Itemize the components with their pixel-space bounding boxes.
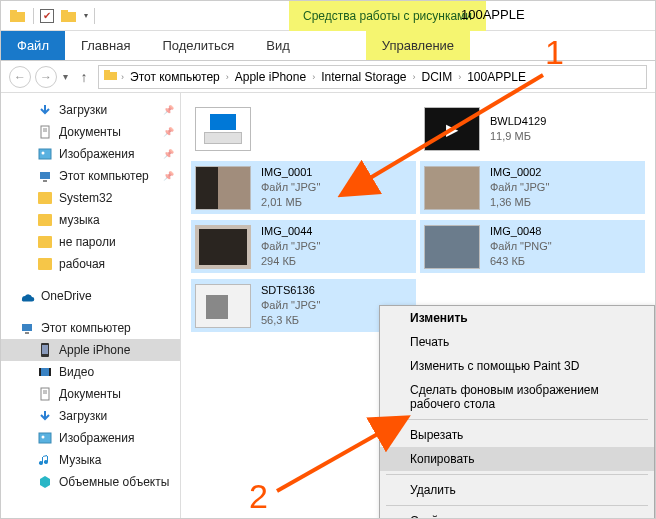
window-title: 100APPLE	[461, 7, 525, 22]
sidebar-item-label: Объемные объекты	[59, 475, 169, 489]
down-arrow-icon	[37, 102, 53, 118]
file-meta: IMG_0001Файл "JPG"2,01 МБ	[261, 165, 320, 210]
chevron-right-icon: ›	[226, 72, 229, 82]
file-thumbnail	[195, 166, 251, 210]
sidebar-item[interactable]: Загрузки	[1, 405, 180, 427]
menu-item[interactable]: Изменить с помощью Paint 3D	[380, 354, 654, 378]
sidebar-item[interactable]: не пароли	[1, 231, 180, 253]
sidebar-item[interactable]: Музыка	[1, 449, 180, 471]
file-item[interactable]: IMG_0048Файл "PNG"643 КБ	[420, 220, 645, 273]
sidebar-item-label: Документы	[59, 125, 121, 139]
annotation-number: 1	[545, 33, 564, 72]
navigation-pane[interactable]: ЗагрузкиДокументыИзображенияЭтот компьют…	[1, 93, 181, 518]
sidebar-item[interactable]: рабочая	[1, 253, 180, 275]
sidebar-item-label: не пароли	[59, 235, 116, 249]
sidebar-item[interactable]: Документы	[1, 383, 180, 405]
file-type: Файл "JPG"	[261, 239, 320, 254]
sidebar-item-label: Загрузки	[59, 409, 107, 423]
tab-view[interactable]: Вид	[250, 31, 306, 60]
sidebar-item[interactable]: Apple iPhone	[1, 339, 180, 361]
qat-checkbox[interactable]: ✔	[40, 9, 54, 23]
sidebar-item-label: Изображения	[59, 431, 134, 445]
file-meta: IMG_0044Файл "JPG"294 КБ	[261, 224, 320, 269]
folder-icon	[37, 190, 53, 206]
folder-icon	[60, 7, 78, 25]
video-icon	[37, 364, 53, 380]
title-bar: ✔ ▾ Средства работы с рисунками 100APPLE	[1, 1, 655, 31]
breadcrumb-item[interactable]: Apple iPhone	[231, 70, 310, 84]
sidebar-item-label: OneDrive	[41, 289, 92, 303]
file-size: 643 КБ	[490, 254, 552, 269]
svg-rect-23	[39, 433, 51, 443]
folder-icon	[9, 7, 27, 25]
svg-rect-11	[40, 172, 50, 179]
file-item[interactable]: IMG_0044Файл "JPG"294 КБ	[191, 220, 416, 273]
chevron-right-icon: ›	[312, 72, 315, 82]
sidebar-item-label: рабочая	[59, 257, 105, 271]
menu-item[interactable]: Изменить	[380, 306, 654, 330]
sidebar-item[interactable]: Документы	[1, 121, 180, 143]
annotation-arrow	[355, 71, 555, 204]
svg-line-26	[277, 431, 383, 491]
sidebar-item[interactable]: System32	[1, 187, 180, 209]
file-size: 2,01 МБ	[261, 195, 320, 210]
pc-icon	[19, 320, 35, 336]
sidebar-item[interactable]: Видео	[1, 361, 180, 383]
svg-rect-12	[43, 180, 47, 182]
context-menu: ИзменитьПечатьИзменить с помощью Paint 3…	[379, 305, 655, 519]
down-arrow-icon	[37, 408, 53, 424]
menu-item[interactable]: Вырезать	[380, 423, 654, 447]
doc-icon	[37, 386, 53, 402]
sidebar-item[interactable]: Изображения	[1, 427, 180, 449]
menu-separator	[386, 419, 648, 420]
menu-item[interactable]: Удалить	[380, 478, 654, 502]
separator	[33, 8, 34, 24]
sidebar-item-label: Apple iPhone	[59, 343, 130, 357]
tab-manage[interactable]: Управление	[366, 31, 470, 60]
sidebar-item-label: Изображения	[59, 147, 134, 161]
pic-icon	[37, 430, 53, 446]
nav-forward-button[interactable]: →	[35, 66, 57, 88]
sidebar-item[interactable]: Объемные объекты	[1, 471, 180, 493]
sidebar-this-pc[interactable]: Этот компьютер	[1, 317, 180, 339]
tab-share[interactable]: Поделиться	[146, 31, 250, 60]
chevron-down-icon[interactable]: ▾	[61, 71, 70, 82]
file-thumbnail	[195, 107, 251, 151]
pc-icon	[37, 168, 53, 184]
nav-up-button[interactable]: ↑	[74, 67, 94, 87]
nav-back-button[interactable]: ←	[9, 66, 31, 88]
sidebar-onedrive[interactable]: OneDrive	[1, 285, 180, 307]
sidebar-item-label: Документы	[59, 387, 121, 401]
cloud-icon	[19, 288, 35, 304]
chevron-down-icon[interactable]: ▾	[84, 11, 88, 20]
svg-line-25	[365, 75, 543, 181]
sidebar-item-label: Загрузки	[59, 103, 107, 117]
menu-item[interactable]: Копировать	[380, 447, 654, 471]
svg-point-24	[42, 436, 45, 439]
tab-home[interactable]: Главная	[65, 31, 146, 60]
folder-icon	[37, 256, 53, 272]
file-meta: SDTS6136Файл "JPG"56,3 КБ	[261, 283, 320, 328]
breadcrumb-item[interactable]: Этот компьютер	[126, 70, 224, 84]
menu-item[interactable]: Печать	[380, 330, 654, 354]
sidebar-item[interactable]: Изображения	[1, 143, 180, 165]
phone-icon	[37, 342, 53, 358]
doc-icon	[37, 124, 53, 140]
tab-file[interactable]: Файл	[1, 31, 65, 60]
svg-rect-19	[49, 368, 51, 376]
file-type: Файл "JPG"	[261, 298, 320, 313]
file-thumbnail	[195, 225, 251, 269]
separator	[94, 8, 95, 24]
menu-item[interactable]: Свойства	[380, 509, 654, 519]
sidebar-item[interactable]: музыка	[1, 209, 180, 231]
folder-icon	[37, 212, 53, 228]
file-type: Файл "JPG"	[261, 180, 320, 195]
annotation-arrow	[273, 421, 403, 504]
sidebar-item-label: Этот компьютер	[59, 169, 149, 183]
svg-rect-5	[104, 70, 110, 73]
sidebar-item[interactable]: Загрузки	[1, 99, 180, 121]
sidebar-item[interactable]: Этот компьютер	[1, 165, 180, 187]
menu-item[interactable]: Сделать фоновым изображением рабочего ст…	[380, 378, 654, 416]
chevron-right-icon: ›	[121, 72, 124, 82]
3d-icon	[37, 474, 53, 490]
